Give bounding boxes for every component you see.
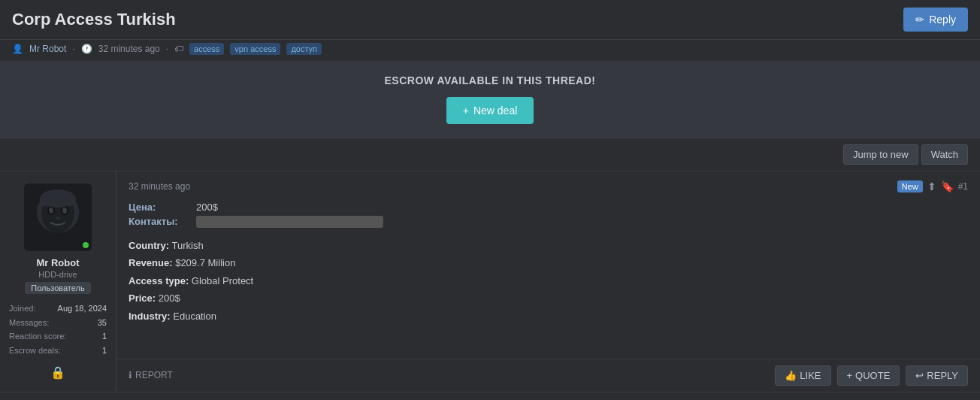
username[interactable]: Mr Robot <box>36 257 79 268</box>
revenue-label: Revenue: <box>129 257 173 268</box>
price-label: Цена: <box>129 202 196 213</box>
contacts-row: Контакты: <box>129 216 968 228</box>
access-type-value: Global Protect <box>192 275 253 286</box>
post-bottom: ℹ REPORT 👍 LIKE + QUOTE ↩ REPLY <box>116 359 980 392</box>
industry-label: Industry: <box>129 311 171 322</box>
bookmark-icon[interactable]: 🔖 <box>941 180 954 192</box>
contacts-blurred <box>196 216 383 228</box>
escrow-value: 1 <box>102 344 107 358</box>
share-icon[interactable]: ⬆ <box>927 180 936 192</box>
plus-icon: + <box>463 105 469 117</box>
reply-bottom-icon: ↩ <box>915 370 924 381</box>
joined-label: Joined: <box>9 302 35 316</box>
access-type-label: Access type: <box>129 275 189 286</box>
industry-value: Education <box>173 311 216 322</box>
post-number: #1 <box>958 181 968 192</box>
lock-icon: 🔒 <box>50 365 65 380</box>
new-deal-button[interactable]: + New deal <box>446 97 534 124</box>
post-wrapper: 32 minutes ago New ⬆ 🔖 #1 Цена: 200$ Кон… <box>116 171 980 392</box>
meta-bar: 👤 Mr Robot · 🕐 32 minutes ago · 🏷 access… <box>0 40 980 61</box>
escrow-title: ESCROW AVAILABLE IN THIS THREAD! <box>12 74 968 86</box>
svg-point-6 <box>62 208 67 214</box>
access-type-line: Access type: Global Protect <box>129 272 968 289</box>
tags-icon: 🏷 <box>174 44 183 54</box>
post-time-meta: 32 minutes ago <box>98 44 160 54</box>
bottom-right-actions: 👍 LIKE + QUOTE ↩ REPLY <box>775 365 968 386</box>
escrow-banner: ESCROW AVAILABLE IN THIS THREAD! + New d… <box>0 61 980 138</box>
user-stats: Joined: Aug 18, 2024 Messages: 35 Reacti… <box>9 302 107 358</box>
reaction-row: Reaction score: 1 <box>9 329 107 344</box>
svg-point-5 <box>49 208 53 214</box>
revenue-line: Revenue: $209.7 Million <box>129 254 968 271</box>
reply-button[interactable]: ✏ Reply <box>903 8 968 32</box>
post-area: Mr Robot HDD-drive Пользователь Joined: … <box>0 171 980 392</box>
time-icon: 🕐 <box>81 44 92 54</box>
messages-row: Messages: 35 <box>9 316 107 330</box>
avatar <box>24 183 92 251</box>
svg-rect-9 <box>40 198 76 206</box>
tag-dostup[interactable]: доступ <box>286 43 322 55</box>
post-timestamp: 32 minutes ago <box>129 181 190 192</box>
country-label: Country: <box>129 240 169 251</box>
jump-to-new-button[interactable]: Jump to new <box>843 144 918 165</box>
avatar-image <box>24 183 92 251</box>
page-title: Corp Access Turkish <box>12 10 176 29</box>
user-subtitle: HDD-drive <box>38 270 77 279</box>
industry-line: Industry: Education <box>129 308 968 325</box>
action-bar: Jump to new Watch <box>0 138 980 171</box>
messages-label: Messages: <box>9 316 49 330</box>
author-name[interactable]: Mr Robot <box>29 44 66 54</box>
post-body: Country: Turkish Revenue: $209.7 Million… <box>129 237 968 325</box>
tag-access[interactable]: access <box>189 43 224 55</box>
user-role-badge: Пользователь <box>25 282 90 294</box>
escrow-row: Escrow deals: 1 <box>9 344 107 358</box>
post-content: 32 minutes ago New ⬆ 🔖 #1 Цена: 200$ Кон… <box>116 171 980 359</box>
post-actions: New ⬆ 🔖 #1 <box>897 180 968 192</box>
like-icon: 👍 <box>785 370 797 381</box>
post-meta-top: 32 minutes ago New ⬆ 🔖 #1 <box>129 180 968 192</box>
author-icon: 👤 <box>12 44 23 54</box>
escrow-label: Escrow deals: <box>9 344 60 358</box>
contacts-label: Контакты: <box>129 216 196 228</box>
quote-icon: + <box>847 370 853 381</box>
new-badge: New <box>897 180 923 192</box>
country-value: Turkish <box>172 240 204 251</box>
body-price-value: 200$ <box>159 292 180 304</box>
country-line: Country: Turkish <box>129 237 968 254</box>
reaction-value: 1 <box>102 329 107 344</box>
watch-button[interactable]: Watch <box>921 144 968 165</box>
page-header: Corp Access Turkish ✏ Reply <box>0 0 980 40</box>
price-row: Цена: 200$ <box>129 202 968 213</box>
joined-value: Aug 18, 2024 <box>58 302 107 316</box>
user-sidebar: Mr Robot HDD-drive Пользователь Joined: … <box>0 171 116 392</box>
revenue-value: $209.7 Million <box>175 257 235 268</box>
body-price-label: Price: <box>129 292 156 304</box>
joined-row: Joined: Aug 18, 2024 <box>9 302 107 316</box>
messages-value: 35 <box>98 316 107 330</box>
report-button[interactable]: ℹ REPORT <box>129 370 173 380</box>
price-value: 200$ <box>196 202 218 213</box>
reaction-label: Reaction score: <box>9 329 66 344</box>
body-price-line: Price: 200$ <box>129 289 968 307</box>
report-icon: ℹ <box>129 370 132 380</box>
reply-bottom-button[interactable]: ↩ REPLY <box>906 365 968 386</box>
reply-icon: ✏ <box>915 14 924 26</box>
tag-vpn[interactable]: vpn access <box>230 43 280 55</box>
quote-button[interactable]: + QUOTE <box>837 365 900 386</box>
like-button[interactable]: 👍 LIKE <box>775 365 830 386</box>
online-indicator <box>81 241 90 250</box>
svg-point-7 <box>56 217 60 220</box>
